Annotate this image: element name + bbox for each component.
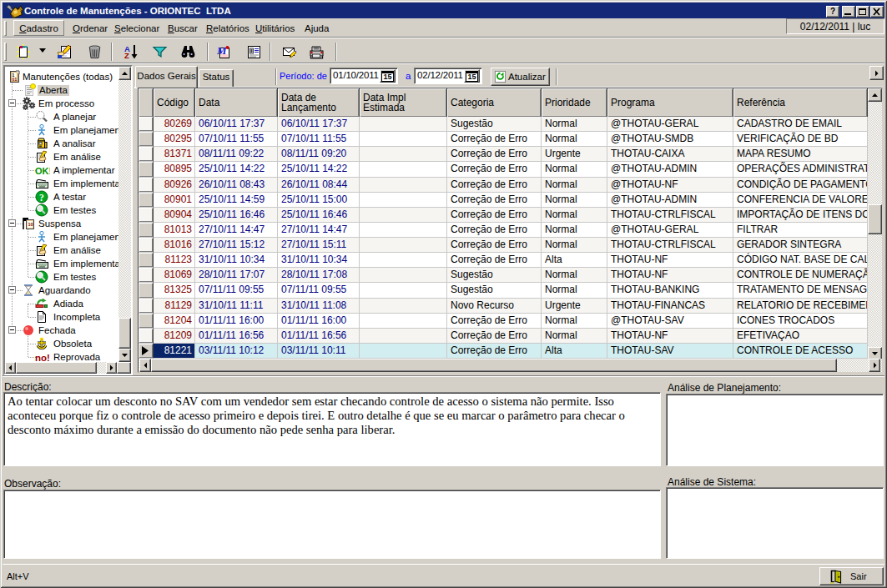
svg-text:01: 01 — [12, 77, 17, 82]
svg-text:Z: Z — [124, 51, 129, 60]
svg-text:?: ? — [39, 193, 44, 203]
svg-text:10: 10 — [28, 222, 33, 227]
svg-text:no!: no! — [35, 353, 50, 363]
svg-text:OK!: OK! — [35, 166, 50, 176]
svg-text:M: M — [216, 44, 227, 57]
